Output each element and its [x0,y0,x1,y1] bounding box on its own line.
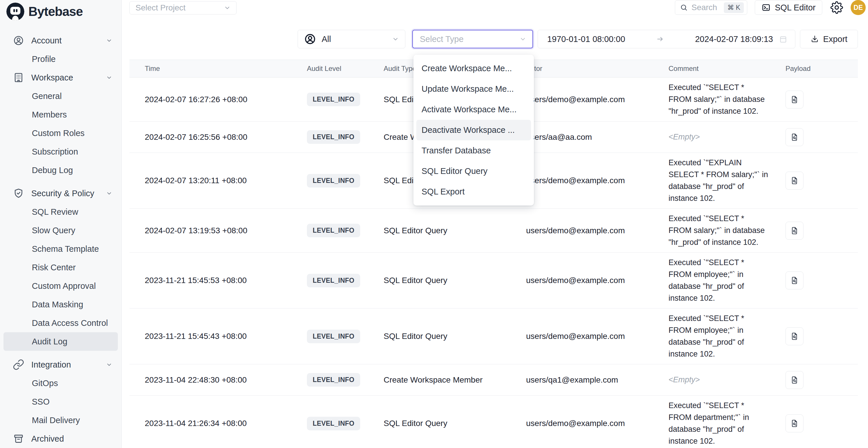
chevron-down-icon [223,4,231,11]
sidebar-item-label: Custom Roles [32,128,85,138]
download-icon [810,35,819,43]
cell-time: 2024-02-07 16:27:26 +08:00 [129,95,291,104]
cell-audit-type: SQL Editor Query [368,332,511,341]
sidebar-section-integration[interactable]: Integration [0,355,121,374]
sidebar-item[interactable]: Custom Roles [3,124,118,142]
section-label: Integration [31,360,99,370]
sql-editor-label: SQL Editor [775,3,815,12]
sidebar-item[interactable]: SSO [3,392,118,411]
shield-check-icon [13,188,24,199]
gear-icon[interactable] [830,1,843,14]
cell-audit-level: LEVEL_INFO [291,224,368,237]
cell-comment: <Empty> [653,370,770,390]
menu-item[interactable]: SQL Export [416,182,531,202]
sidebar-item-label: SSO [32,397,50,407]
sidebar-item[interactable]: Members [3,105,118,124]
avatar[interactable]: DE [850,0,866,15]
level-badge: LEVEL_INFO [307,93,360,106]
sidebar-item[interactable]: GitOps [3,374,118,392]
sidebar-item[interactable]: Slow Query [3,221,118,239]
section-label: Archived [31,434,113,444]
table-row: 2023-11-04 22:48:30 +08:00 LEVEL_INFO Cr… [129,364,858,395]
level-badge: LEVEL_INFO [307,130,360,144]
cell-time: 2023-11-21 15:45:43 +08:00 [129,332,291,341]
sidebar-item[interactable]: Subscription [3,142,118,161]
search-icon [680,3,688,11]
cell-comment: Executed `"SELECT * FROM employee;"` in … [653,309,770,364]
sidebar-item[interactable]: Schema Template [3,239,118,258]
file-search-icon [790,376,799,384]
menu-item[interactable]: Transfer Database [416,140,531,161]
project-select[interactable]: Select Project [129,1,237,14]
cell-audit-level: LEVEL_INFO [291,274,368,287]
cell-comment: Executed `"SELECT * FROM department;"` i… [653,395,770,448]
view-payload-button[interactable] [785,222,803,239]
view-payload-button[interactable] [785,128,803,146]
sidebar-item[interactable]: Profile [3,50,118,68]
sidebar-item-label: Data Access Control [32,318,108,328]
chevron-down-icon [106,74,113,81]
menu-item[interactable]: Create Workspace Me... [416,58,531,79]
sidebar-item-label: Debug Log [32,165,73,175]
sidebar-item-label: SQL Review [32,207,78,217]
sidebar-item[interactable]: Debug Log [3,161,118,180]
actor-filter-value: All [322,34,386,44]
actor-filter-select[interactable]: All [298,30,405,48]
brand-header[interactable]: Bytebase [0,0,121,23]
menu-item[interactable]: Activate Workspace Me... [416,99,531,120]
menu-item[interactable]: Update Workspace Me... [416,79,531,99]
date-range-picker[interactable]: 1970-01-01 08:00:00 2024-02-07 18:09:13 [538,30,795,48]
view-payload-button[interactable] [785,171,803,190]
sidebar-item-label: Custom Approval [32,281,96,291]
cell-payload [770,414,858,433]
sidebar-nav: Account Profile Workspace General Member… [0,23,121,448]
cell-time: 2024-02-07 16:25:56 +08:00 [129,133,291,142]
menu-item[interactable]: SQL Editor Query [416,161,531,182]
export-button[interactable]: Export [800,30,858,48]
view-payload-button[interactable] [785,271,803,289]
cell-payload [770,171,858,190]
sidebar-item-label: Data Masking [32,300,83,309]
topbar-right: ⌘ K SQL Editor DE [675,0,866,15]
cell-time: 2023-11-21 15:45:53 +08:00 [129,276,291,285]
sidebar-item[interactable]: General [3,87,118,105]
sidebar-section-account[interactable]: Account [0,31,121,50]
view-payload-button[interactable] [785,414,803,433]
sidebar-item-audit-log[interactable]: Audit Log [3,332,118,351]
sidebar-item[interactable]: Data Access Control [3,314,118,332]
search-input[interactable] [691,3,720,12]
sidebar-item-label: General [32,91,62,101]
sidebar-item[interactable]: SQL Review [3,202,118,221]
cell-audit-level: LEVEL_INFO [291,330,368,343]
section-label: Account [31,36,99,45]
table-row: 2023-11-04 21:26:34 +08:00 LEVEL_INFO SQ… [129,395,858,448]
arrow-right-icon [656,35,664,43]
sidebar-item-label: Members [32,110,67,120]
user-circle-icon [304,33,316,45]
date-from-value[interactable]: 1970-01-01 08:00:00 [547,34,625,44]
sidebar-section-security-policy[interactable]: Security & Policy [0,184,121,202]
sidebar-item[interactable]: Mail Delivery [3,411,118,429]
export-label: Export [823,34,847,44]
cell-audit-level: LEVEL_INFO [291,130,368,144]
cell-audit-level: LEVEL_INFO [291,373,368,387]
sidebar-section-workspace[interactable]: Workspace [0,68,121,87]
sidebar-item[interactable]: Risk Center [3,258,118,277]
sidebar: Bytebase Account Profile Workspace Gener… [0,0,122,448]
sql-editor-button[interactable]: SQL Editor [755,0,822,15]
section-label: Workspace [31,73,99,83]
sidebar-item-label: Risk Center [32,263,76,272]
menu-item[interactable]: Deactivate Workspace ... [416,120,531,140]
cell-audit-type: SQL Editor Query [368,276,511,285]
view-payload-button[interactable] [785,327,803,345]
date-to-value[interactable]: 2024-02-07 18:09:13 [695,34,773,44]
view-payload-button[interactable] [785,91,803,108]
search-box[interactable]: ⌘ K [675,0,747,15]
sidebar-item[interactable]: Custom Approval [3,277,118,295]
sidebar-item[interactable]: Data Masking [3,295,118,314]
sidebar-section-archived[interactable]: Archived [0,429,121,448]
chevron-down-icon [106,37,113,44]
audit-type-select[interactable]: Select Type [412,30,533,48]
project-select-placeholder: Select Project [135,3,223,12]
view-payload-button[interactable] [785,371,803,389]
